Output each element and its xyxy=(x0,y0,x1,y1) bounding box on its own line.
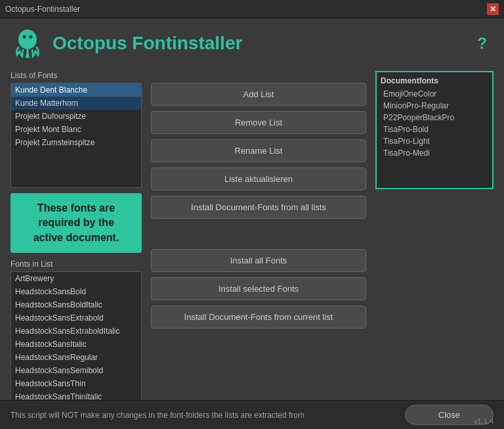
install-all-button[interactable]: Install all Fonts xyxy=(151,249,366,272)
font-list-item[interactable]: ArtBrewery xyxy=(11,272,141,285)
install-selected-button[interactable]: Install selected Fonts xyxy=(151,277,366,300)
list-item[interactable]: Projekt Dufourspitze xyxy=(11,110,141,123)
title-bar: Octopus-Fontinstaller ✕ xyxy=(0,0,504,18)
svg-point-2 xyxy=(30,35,33,39)
fonts-in-list-box[interactable]: ArtBrewery HeadstockSansBold HeadstockSa… xyxy=(10,271,142,403)
list-item[interactable]: Kunde Matterhorn xyxy=(11,97,141,110)
header-left: Octopus Fontinstaller xyxy=(10,26,242,60)
columns-layout: Lists of Fonts Kunde Dent Blanche Kunde … xyxy=(10,71,494,403)
document-fonts-tooltip: These fonts arerequired by theactive doc… xyxy=(10,193,142,253)
font-list-item[interactable]: HeadstockSansBoldItalic xyxy=(11,298,141,311)
octopus-icon xyxy=(10,26,45,60)
title-bar-text: Octopus-Fontinstaller xyxy=(5,5,80,14)
svg-point-0 xyxy=(18,30,37,49)
font-lists-box[interactable]: Kunde Dent Blanche Kunde Matterhorn Proj… xyxy=(10,83,142,188)
document-fonts-box: Documentfonts EmojiOneColor MinionPro-Re… xyxy=(375,71,494,189)
doc-font-item[interactable]: EmojiOneColor xyxy=(381,88,488,100)
help-button[interactable]: ? xyxy=(471,32,494,55)
doc-font-item[interactable]: TisaPro-Light xyxy=(381,135,488,147)
update-list-button[interactable]: Liste aktualisieren xyxy=(151,168,366,191)
install-doc-current-button[interactable]: Install Document-Fonts from current list xyxy=(151,305,366,328)
doc-font-item[interactable]: MinionPro-Regular xyxy=(381,100,488,112)
app-title: Octopus Fontinstaller xyxy=(52,33,242,54)
right-column: Documentfonts EmojiOneColor MinionPro-Re… xyxy=(375,71,494,189)
app-header: Octopus Fontinstaller ? xyxy=(10,26,494,60)
fonts-in-list-label: Fonts in List xyxy=(10,260,142,269)
font-list-item[interactable]: HeadstockSansExtrabold xyxy=(11,311,141,325)
doc-font-item[interactable]: P22PooperBlackPro xyxy=(381,112,488,124)
font-list-item[interactable]: HeadstockSansRegular xyxy=(11,351,141,364)
version-label: v1.1.4 xyxy=(474,417,494,425)
svg-point-1 xyxy=(23,35,26,39)
footer-info-text: This script will NOT make any changes in… xyxy=(10,411,304,420)
font-list-item[interactable]: HeadstockSansItalic xyxy=(11,338,141,351)
list-item[interactable]: Kunde Dent Blanche xyxy=(11,83,141,97)
font-list-item[interactable]: HeadstockSansThin xyxy=(11,377,141,390)
left-column: Lists of Fonts Kunde Dent Blanche Kunde … xyxy=(10,71,142,403)
doc-font-item[interactable]: TisaPro-Medi xyxy=(381,147,488,159)
font-list-item[interactable]: HeadstockSansSemibold xyxy=(11,364,141,377)
font-list-item[interactable]: HeadstockSansBold xyxy=(11,285,141,298)
middle-column: Add List Remove List Rename List Liste a… xyxy=(151,71,366,328)
list-item[interactable]: Projekt Zumsteinspitze xyxy=(11,136,141,149)
rename-list-button[interactable]: Rename List xyxy=(151,139,366,162)
spacer xyxy=(151,224,366,244)
list-item[interactable]: Projekt Mont Blanc xyxy=(11,123,141,136)
footer: This script will NOT make any changes in… xyxy=(0,400,504,429)
add-list-button[interactable]: Add List xyxy=(151,83,366,106)
doc-font-item[interactable]: TisaPro-Bold xyxy=(381,124,488,135)
main-content: Octopus Fontinstaller ? Lists of Fonts K… xyxy=(0,18,504,411)
lists-label: Lists of Fonts xyxy=(10,71,142,80)
doc-fonts-title: Documentfonts xyxy=(381,76,488,85)
font-list-item[interactable]: HeadstockSansExtraboldItalic xyxy=(11,325,141,338)
install-doc-all-button[interactable]: Install Document-Fonts from all lists xyxy=(151,196,366,219)
remove-list-button[interactable]: Remove List xyxy=(151,111,366,134)
close-window-button[interactable]: ✕ xyxy=(487,3,499,15)
